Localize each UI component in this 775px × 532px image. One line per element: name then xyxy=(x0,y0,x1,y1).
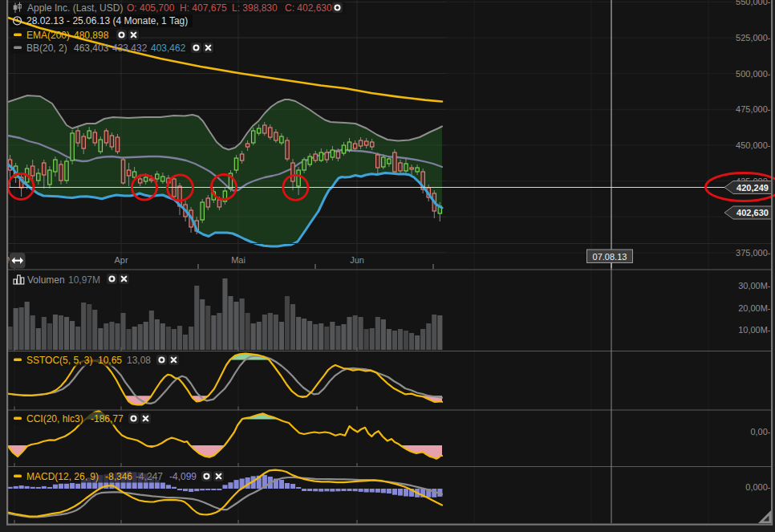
svg-text:10,97M: 10,97M xyxy=(68,274,100,286)
svg-text:0,000-: 0,000- xyxy=(745,482,771,492)
svg-text:MACD(12, 26, 9): MACD(12, 26, 9) xyxy=(26,471,99,482)
svg-text:525,000-: 525,000- xyxy=(736,33,771,43)
svg-text:28.02.13 - 25.06.13 (4 Monate,: 28.02.13 - 25.06.13 (4 Monate, 1 Tag) xyxy=(26,15,188,26)
svg-text:-4,247: -4,247 xyxy=(136,471,163,482)
svg-text:Jun: Jun xyxy=(350,255,364,265)
svg-text:463,403: 463,403 xyxy=(74,43,109,54)
svg-text:Volumen: Volumen xyxy=(27,274,65,286)
svg-text:13,08: 13,08 xyxy=(127,355,151,366)
svg-text:Apple Inc. (Last, USD): Apple Inc. (Last, USD) xyxy=(27,2,123,14)
svg-text:Apr: Apr xyxy=(114,255,128,265)
svg-text:07.08.13: 07.08.13 xyxy=(593,252,627,262)
svg-text:402,630: 402,630 xyxy=(736,208,769,217)
svg-text:10,65: 10,65 xyxy=(98,355,122,366)
svg-text:BB(20, 2): BB(20, 2) xyxy=(26,43,67,54)
svg-text:550,000-: 550,000- xyxy=(736,0,771,6)
svg-text:0,00-: 0,00- xyxy=(750,427,770,437)
svg-text:10,00M-: 10,00M- xyxy=(738,325,771,335)
svg-text:30,00M-: 30,00M- xyxy=(738,281,771,290)
svg-text:O: 405,700: O: 405,700 xyxy=(127,2,175,14)
svg-text:375,000-: 375,000- xyxy=(736,248,771,258)
svg-text:420,249: 420,249 xyxy=(736,183,769,193)
svg-text:SSTOC(5, 5, 3): SSTOC(5, 5, 3) xyxy=(26,355,92,366)
svg-text:L: 398,830: L: 398,830 xyxy=(232,2,278,14)
svg-text:-186,77: -186,77 xyxy=(91,413,124,424)
svg-text:475,000-: 475,000- xyxy=(736,104,771,114)
svg-text:450,000-: 450,000- xyxy=(736,140,771,150)
svg-text:EMA(200): EMA(200) xyxy=(26,30,70,41)
svg-text:CCI(20, hlc3): CCI(20, hlc3) xyxy=(26,413,83,424)
svg-text:C: 402,630: C: 402,630 xyxy=(285,2,332,14)
svg-text:403,462: 403,462 xyxy=(151,43,186,54)
svg-text:Mai: Mai xyxy=(231,255,245,265)
svg-text:-8,346: -8,346 xyxy=(105,471,132,482)
svg-text:500,000-: 500,000- xyxy=(736,69,771,79)
svg-text:20,00M-: 20,00M- xyxy=(738,303,771,313)
svg-text:H: 407,675: H: 407,675 xyxy=(180,2,227,14)
svg-text:-4,099: -4,099 xyxy=(169,471,197,482)
svg-text:480,898: 480,898 xyxy=(74,30,109,41)
svg-text:433,432: 433,432 xyxy=(112,43,148,54)
